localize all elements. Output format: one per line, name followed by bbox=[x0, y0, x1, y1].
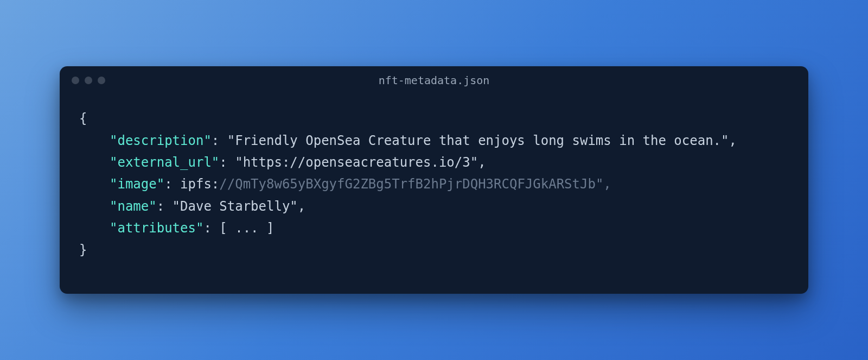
json-value: "Dave Starbelly" bbox=[173, 199, 298, 214]
json-key: "name" bbox=[110, 199, 157, 214]
colon: : bbox=[212, 133, 227, 148]
window-title: nft-metadata.json bbox=[60, 74, 808, 87]
close-icon[interactable] bbox=[72, 77, 79, 84]
code-line-open: { bbox=[79, 108, 789, 129]
json-value: [ ... ] bbox=[219, 220, 274, 236]
brace-open: { bbox=[79, 111, 87, 126]
colon: : bbox=[219, 155, 235, 170]
code-line-attributes: "attributes": [ ... ] bbox=[79, 217, 789, 239]
ipfs-hash: //QmTy8w65yBXgyfG2ZBg5TrfB2hPjrDQH3RCQFJ… bbox=[219, 176, 611, 192]
json-value: "Friendly OpenSea Creature that enjoys l… bbox=[227, 133, 729, 148]
colon: : bbox=[164, 176, 180, 192]
json-key: "attributes" bbox=[110, 220, 203, 236]
code-area: { "description": "Friendly OpenSea Creat… bbox=[60, 94, 808, 293]
code-window: nft-metadata.json { "description": "Frie… bbox=[60, 66, 808, 293]
json-key: "image" bbox=[110, 176, 164, 192]
code-line-external-url: "external_url": "https://openseacreature… bbox=[79, 151, 789, 173]
colon: : bbox=[203, 220, 219, 236]
maximize-icon[interactable] bbox=[98, 77, 105, 84]
code-line-close: } bbox=[79, 239, 789, 261]
titlebar: nft-metadata.json bbox=[60, 66, 808, 94]
ipfs-scheme: ipfs: bbox=[180, 176, 219, 192]
comma: , bbox=[478, 155, 486, 170]
comma: , bbox=[729, 133, 737, 148]
colon: : bbox=[157, 199, 173, 214]
code-line-image: "image": ipfs://QmTy8w65yBXgyfG2ZBg5TrfB… bbox=[79, 173, 789, 195]
code-line-name: "name": "Dave Starbelly", bbox=[79, 195, 789, 217]
brace-close: } bbox=[79, 242, 87, 257]
traffic-lights bbox=[72, 77, 105, 84]
json-value: "https://openseacreatures.io/3" bbox=[235, 155, 478, 170]
comma: , bbox=[298, 199, 305, 214]
json-key: "external_url" bbox=[110, 155, 219, 170]
code-line-description: "description": "Friendly OpenSea Creatur… bbox=[79, 130, 789, 151]
json-key: "description" bbox=[110, 133, 212, 148]
minimize-icon[interactable] bbox=[85, 77, 92, 84]
